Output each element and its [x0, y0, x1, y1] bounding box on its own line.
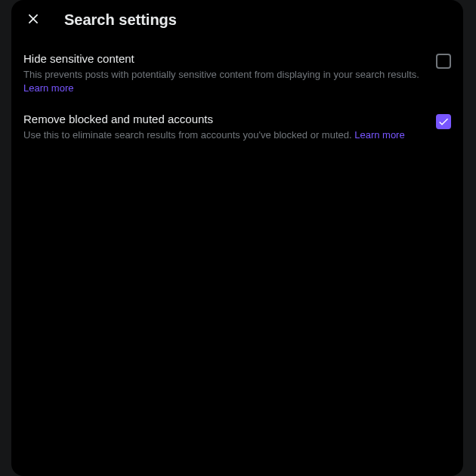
search-settings-modal: Search settings Hide sensitive content T…: [11, 0, 463, 476]
setting-description-text: This prevents posts with potentially sen…: [23, 69, 419, 80]
setting-remove-blocked: Remove blocked and muted accounts Use th…: [11, 104, 463, 151]
setting-description: This prevents posts with potentially sen…: [23, 68, 427, 94]
setting-title: Remove blocked and muted accounts: [23, 113, 427, 125]
close-icon: [26, 11, 41, 29]
modal-header: Search settings: [11, 0, 463, 40]
checkbox-holder: [436, 52, 451, 69]
learn-more-link[interactable]: Learn more: [23, 82, 73, 94]
hide-sensitive-checkbox[interactable]: [436, 54, 451, 69]
setting-description: Use this to eliminate search results fro…: [23, 128, 427, 142]
setting-title: Hide sensitive content: [23, 52, 427, 65]
settings-list: Hide sensitive content This prevents pos…: [11, 40, 463, 154]
remove-blocked-checkbox[interactable]: [436, 114, 451, 129]
modal-title: Search settings: [64, 11, 177, 29]
setting-text: Hide sensitive content This prevents pos…: [23, 52, 427, 94]
check-icon: [437, 116, 450, 128]
setting-text: Remove blocked and muted accounts Use th…: [23, 113, 427, 142]
checkbox-holder: [436, 113, 451, 129]
setting-hide-sensitive: Hide sensitive content This prevents pos…: [11, 43, 463, 104]
learn-more-link[interactable]: Learn more: [354, 129, 404, 141]
setting-description-text: Use this to eliminate search results fro…: [23, 129, 352, 141]
close-button[interactable]: [20, 8, 46, 33]
